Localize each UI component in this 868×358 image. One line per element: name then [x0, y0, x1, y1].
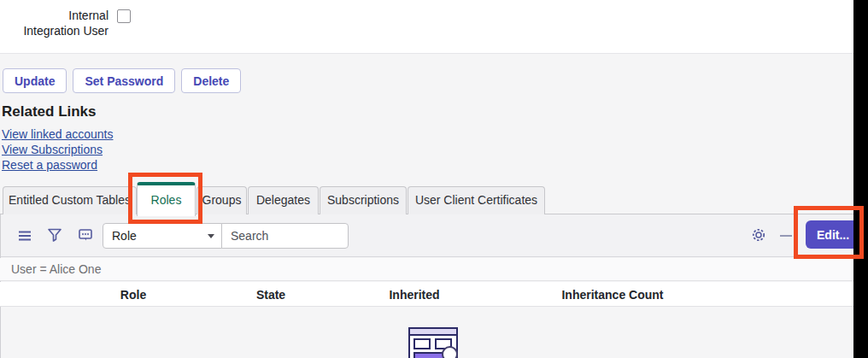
empty-list-illustration: [408, 327, 460, 358]
right-letterbox-bar: [853, 0, 868, 358]
column-header-state[interactable]: State: [237, 282, 305, 307]
gear-icon[interactable]: [751, 227, 766, 243]
filter-breadcrumb: User = Alice One: [11, 262, 101, 276]
set-password-button[interactable]: Set Password: [73, 68, 175, 93]
list-header-row: Role State Inherited Inheritance Count: [0, 282, 853, 307]
illustration-cell: [413, 338, 431, 349]
view-subscriptions-link[interactable]: View Subscriptions: [2, 143, 103, 156]
edit-button[interactable]: Edit...: [806, 220, 860, 249]
tab-user-client-certificates[interactable]: User Client Certificates: [408, 186, 545, 214]
tab-subscriptions[interactable]: Subscriptions: [320, 186, 407, 214]
minimize-icon[interactable]: [778, 228, 794, 244]
view-linked-accounts-link[interactable]: View linked accounts: [2, 127, 113, 141]
filter-icon[interactable]: [47, 227, 62, 243]
tab-entitled-custom-tables[interactable]: Entitled Custom Tables: [3, 186, 137, 214]
tab-delegates[interactable]: Delegates: [248, 186, 319, 214]
column-header-role[interactable]: Role: [99, 282, 167, 307]
update-button[interactable]: Update: [3, 68, 67, 93]
search-input[interactable]: [221, 223, 349, 249]
search-column-value: Role: [112, 229, 137, 243]
reset-a-password-link[interactable]: Reset a password: [2, 158, 97, 172]
form-action-buttons: Update Set Password Delete: [3, 68, 241, 93]
column-header-inherited[interactable]: Inherited: [380, 282, 449, 307]
delete-button[interactable]: Delete: [181, 68, 241, 93]
related-links-heading: Related Links: [2, 103, 97, 120]
column-header-inheritance-count[interactable]: Inheritance Count: [561, 282, 664, 307]
list-filter-row[interactable]: User = Alice One: [0, 258, 853, 281]
tab-roles[interactable]: Roles: [137, 182, 196, 216]
illustration-header-band: [410, 329, 456, 336]
internal-integration-user-label: Internal Integration User: [0, 8, 108, 38]
chevron-down-icon: [208, 234, 214, 238]
tab-groups[interactable]: Groups: [196, 186, 247, 214]
internal-integration-user-checkbox[interactable]: [117, 9, 131, 23]
magnifier-icon: [442, 346, 458, 358]
menu-icon[interactable]: [17, 228, 32, 244]
user-record-page: Internal Integration User Update Set Pas…: [0, 0, 868, 358]
comments-icon[interactable]: [78, 227, 93, 243]
search-column-select[interactable]: Role: [103, 223, 222, 249]
